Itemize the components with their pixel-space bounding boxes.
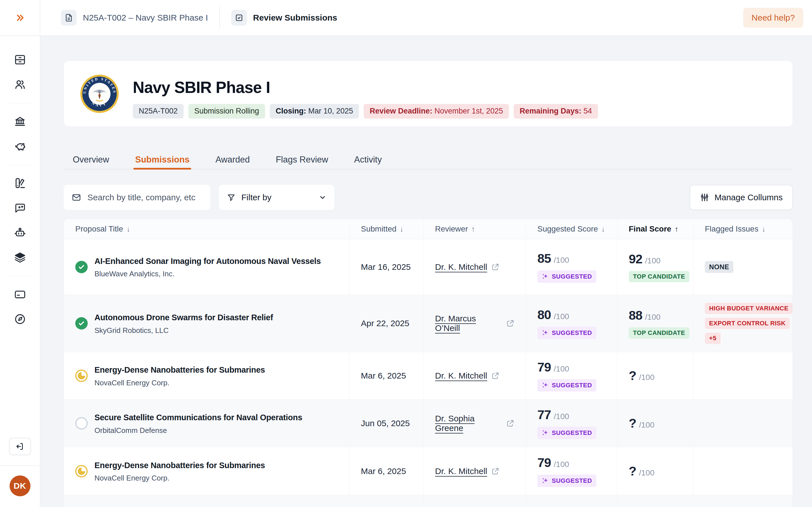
sidebar-bottom: DK xyxy=(0,438,40,507)
reviewer-link[interactable]: Dr. K. Mitchell xyxy=(435,466,487,476)
sidebar-item-bank[interactable] xyxy=(10,111,30,131)
avatar[interactable]: DK xyxy=(10,475,31,496)
manage-columns-button[interactable]: Manage Collumns xyxy=(690,185,793,210)
table-body: AI-Enhanced Sonar Imaging for Autonomous… xyxy=(64,239,793,507)
status-not-started-icon xyxy=(75,417,88,430)
status-complete-icon xyxy=(75,261,88,273)
column-header-reviewer[interactable]: Reviewer↑ xyxy=(423,219,526,239)
sidebar-item-billing[interactable] xyxy=(10,284,30,304)
sidebar-item-users[interactable] xyxy=(10,74,30,95)
tab-awarded[interactable]: Awarded xyxy=(214,145,252,169)
sidebar-item-explore[interactable] xyxy=(10,309,30,329)
need-help-button[interactable]: Need help? xyxy=(743,8,803,27)
sidebar-item-library[interactable] xyxy=(10,173,30,193)
program-badge: N25A-T002 xyxy=(133,104,184,119)
search-box[interactable] xyxy=(64,185,210,210)
breadcrumb-page[interactable]: Review Submissions xyxy=(231,10,337,25)
credit-card-icon xyxy=(14,288,26,300)
piggy-bank-icon xyxy=(14,140,26,152)
sort-desc-icon: ↓ xyxy=(601,225,605,233)
table-row[interactable]: Secure Satellite Communications for Nava… xyxy=(64,495,793,507)
external-link-icon[interactable] xyxy=(491,467,500,475)
flag-badge: +5 xyxy=(705,333,721,344)
suggested-score-value: 85 xyxy=(538,251,551,266)
sidebar-item-robot[interactable] xyxy=(10,223,30,243)
suggested-badge: SUGGESTED xyxy=(538,427,596,439)
column-header-proposal-title[interactable]: Proposal Title↓ xyxy=(64,219,349,239)
external-link-icon[interactable] xyxy=(506,319,515,328)
score-denominator: /100 xyxy=(554,256,569,265)
external-link-icon[interactable] xyxy=(491,263,500,271)
column-header-submitted[interactable]: Submitted↓ xyxy=(349,219,423,239)
score-denominator: /100 xyxy=(554,460,569,469)
table-row[interactable]: Energy-Dense Nanobatteries for Submarine… xyxy=(64,447,793,495)
filter-label: Filter by xyxy=(241,193,271,202)
reviewer-link[interactable]: Dr. Sophia Greene xyxy=(435,414,502,433)
funnel-icon xyxy=(227,193,236,202)
score-denominator: /100 xyxy=(554,312,569,321)
program-badges: N25A-T002Submission RollingClosing: Mar … xyxy=(133,104,598,119)
submitted-date: Jun 05, 2025 xyxy=(361,418,410,428)
program-badge: Remaining Days: 54 xyxy=(514,104,598,119)
chevrons-right-icon xyxy=(15,13,25,23)
status-in-progress-icon xyxy=(75,465,88,477)
program-header-text: Navy SBIR Phase I N25A-T002Submission Ro… xyxy=(133,69,598,119)
flag-badge: EXPORT CONTROL RISK xyxy=(705,318,790,329)
final-score-value: ? xyxy=(629,416,637,431)
final-score-value: ? xyxy=(629,369,637,383)
tab-overview[interactable]: Overview xyxy=(71,145,111,169)
suggested-badge: SUGGESTED xyxy=(538,474,596,487)
logout-icon xyxy=(15,442,25,451)
reviewer-link[interactable]: Dr. K. Mitchell xyxy=(435,371,487,381)
logout-button[interactable] xyxy=(9,438,31,455)
sidebar-item-layers[interactable] xyxy=(10,247,30,268)
breadcrumb-divider xyxy=(219,7,220,29)
flag-badge: NONE xyxy=(705,261,733,273)
filter-dropdown[interactable]: Filter by xyxy=(219,185,335,210)
table-row[interactable]: Secure Satellite Communications for Nava… xyxy=(64,400,793,447)
sidebar-divider xyxy=(8,103,32,103)
suggested-badge: SUGGESTED xyxy=(538,379,596,392)
proposal-title: Energy-Dense Nanobatteries for Submarine… xyxy=(94,364,265,376)
sidebar-item-ai-chat[interactable] xyxy=(10,198,30,218)
column-header-final-score[interactable]: Final Score↑ xyxy=(617,219,693,239)
chat-sparkle-icon xyxy=(14,202,26,214)
suggested-score-value: 77 xyxy=(538,407,551,422)
score-denominator: /100 xyxy=(554,364,569,374)
search-input[interactable] xyxy=(87,192,202,203)
table-row[interactable]: Energy-Dense Nanobatteries for Submarine… xyxy=(64,352,793,400)
table-row[interactable]: AI-Enhanced Sonar Imaging for Autonomous… xyxy=(64,239,793,295)
tab-submissions[interactable]: Submissions xyxy=(133,145,191,169)
external-link-icon[interactable] xyxy=(506,419,515,428)
flagged-issues-cell xyxy=(693,352,793,399)
manage-columns-label: Manage Collumns xyxy=(714,193,783,202)
flagged-issues-cell xyxy=(693,400,793,447)
sort-desc-icon: ↓ xyxy=(762,225,765,233)
score-denominator: /100 xyxy=(645,256,661,265)
sidebar-divider xyxy=(8,276,32,276)
sidebar-nav xyxy=(8,50,32,334)
table-row[interactable]: Autonomous Drone Swarms for Disaster Rel… xyxy=(64,295,793,352)
submitted-date: Mar 16, 2025 xyxy=(361,262,411,272)
external-link-icon[interactable] xyxy=(491,372,500,380)
breadcrumb-project[interactable]: N25A-T002 – Navy SBIR Phase I xyxy=(61,10,208,25)
tab-activity[interactable]: Activity xyxy=(352,145,384,169)
final-score-value: ? xyxy=(629,464,637,478)
sidebar-item-archive[interactable] xyxy=(10,50,30,70)
sidebar-item-budget[interactable] xyxy=(10,136,30,156)
tab-flags-review[interactable]: Flags Review xyxy=(274,145,330,169)
column-header-flagged-issues[interactable]: Flagged Issues↓ xyxy=(693,219,793,239)
chevron-down-icon xyxy=(319,193,326,202)
suggested-badge: SUGGESTED xyxy=(538,270,596,283)
column-header-suggested-score[interactable]: Suggested Score↓ xyxy=(526,219,617,239)
proposal-company: BlueWave Analytics, Inc. xyxy=(94,270,321,278)
proposal-company: NovaCell Energy Corp. xyxy=(94,379,265,387)
sidebar-collapse-button[interactable] xyxy=(0,0,40,36)
submitted-date: Mar 6, 2025 xyxy=(361,466,406,476)
main-content: UNITED STATES NAVY Navy SBIR Phase I N25… xyxy=(40,36,812,507)
breadcrumb-project-label: N25A-T002 – Navy SBIR Phase I xyxy=(83,13,208,22)
reviewer-link[interactable]: Dr. K. Mitchell xyxy=(435,262,487,272)
reviewer-link[interactable]: Dr. Marcus O’Neill xyxy=(435,314,502,333)
status-in-progress-icon xyxy=(75,370,88,382)
swatch-book-icon xyxy=(14,177,26,189)
